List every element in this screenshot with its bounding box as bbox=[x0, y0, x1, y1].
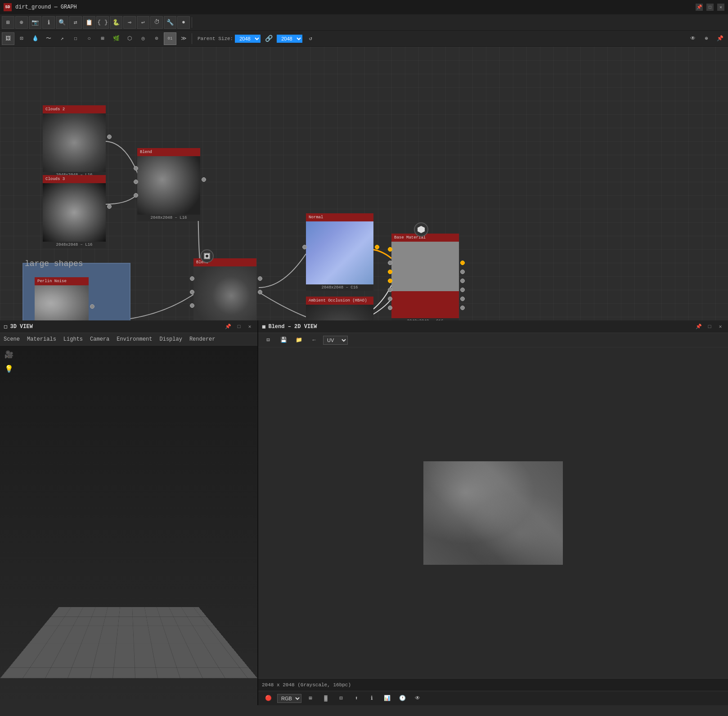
tb2-circle-btn[interactable]: ○ bbox=[83, 32, 95, 45]
toolbar-code-btn[interactable]: { } bbox=[96, 16, 109, 29]
light-icon[interactable]: 💡 bbox=[4, 364, 14, 374]
blend1-node[interactable]: Blend 2048x2048 – L16 bbox=[137, 148, 200, 221]
view2d-info-btn[interactable]: ℹ bbox=[365, 692, 378, 705]
parent-size-select1[interactable]: 20481024512 bbox=[235, 35, 261, 43]
base-material-node[interactable]: Base Material 2048x2048 – C16 bbox=[391, 234, 459, 320]
base-mat-output5-connector[interactable] bbox=[460, 297, 465, 301]
close-button[interactable]: ✕ bbox=[717, 4, 724, 11]
menu-renderer[interactable]: Renderer bbox=[189, 336, 216, 342]
clouds3-node[interactable]: Clouds 3 2048x2048 – L16 bbox=[43, 175, 106, 248]
menu-materials[interactable]: Materials bbox=[27, 336, 56, 342]
tb2-refresh-btn[interactable]: ↺ bbox=[304, 32, 317, 45]
tb2-nav-btn[interactable]: ⊕ bbox=[700, 32, 713, 45]
tb2-drop-btn[interactable]: 💧 bbox=[29, 32, 41, 45]
ao-node[interactable]: Ambient Occlusion (HBAO) 2048x2048 – L16 bbox=[306, 297, 373, 320]
base-mat-output6-connector[interactable] bbox=[460, 306, 465, 310]
tb2-squig-btn[interactable]: 〜 bbox=[42, 32, 55, 45]
tb2-01-btn[interactable]: 01 bbox=[164, 32, 176, 45]
base-mat-input6-connector[interactable] bbox=[388, 306, 392, 310]
menu-scene[interactable]: Scene bbox=[4, 336, 20, 342]
blend1-input1-connector[interactable] bbox=[134, 166, 138, 171]
toolbar-info-btn[interactable]: ℹ bbox=[42, 16, 55, 29]
toolbar-settings-btn[interactable]: 🔧 bbox=[164, 16, 176, 29]
base-mat-output3-connector[interactable] bbox=[460, 279, 465, 283]
blend1-output-connector[interactable] bbox=[202, 177, 206, 182]
tb2-plant-btn[interactable]: 🌿 bbox=[110, 32, 122, 45]
tb2-more-btn[interactable]: ≫ bbox=[177, 32, 190, 45]
view2d-checker-btn[interactable]: ⊞ bbox=[304, 692, 317, 705]
perlin-noise-node[interactable]: Perlin Noise 2048x2048 – L16 bbox=[35, 277, 89, 320]
view2d-maximize-btn[interactable]: □ bbox=[706, 323, 714, 331]
menu-camera[interactable]: Camera bbox=[90, 336, 109, 342]
view2d-back-btn[interactable]: ← bbox=[308, 334, 320, 347]
toolbar-python-btn[interactable]: 🐍 bbox=[110, 16, 122, 29]
view2d-color-btn[interactable]: 🔴 bbox=[262, 692, 274, 705]
base-mat-input2-connector[interactable] bbox=[388, 270, 392, 274]
toolbar-node-btn[interactable]: ⊸ bbox=[123, 16, 136, 29]
graph-area[interactable]: Perlin Noise 2048x2048 – L16 large shape… bbox=[0, 47, 728, 320]
view2d-uv-select[interactable]: UV UV 2 bbox=[323, 336, 348, 345]
tb2-4grid-btn[interactable]: ⊞ bbox=[96, 32, 109, 45]
tb2-circ2-btn[interactable]: ◎ bbox=[137, 32, 149, 45]
menu-lights[interactable]: Lights bbox=[63, 336, 83, 342]
toolbar-time-btn[interactable]: ⏱ bbox=[150, 16, 163, 29]
view2d-eye-btn[interactable]: 👁 bbox=[411, 692, 424, 705]
toolbar-copy-btn[interactable]: 📋 bbox=[83, 16, 95, 29]
blend2-input1-connector[interactable] bbox=[190, 276, 194, 281]
base-mat-input4-connector[interactable] bbox=[388, 288, 392, 292]
clouds2-output-connector[interactable] bbox=[107, 135, 112, 139]
blend2-node[interactable]: Blend 2048x2048 – L16 bbox=[193, 258, 256, 320]
camera-icon[interactable]: 🎥 bbox=[4, 349, 14, 360]
blend2-input3-connector[interactable] bbox=[190, 303, 194, 308]
perlin-output-connector[interactable] bbox=[90, 304, 94, 309]
clouds3-output-connector[interactable] bbox=[107, 204, 112, 209]
blend1-input3-connector[interactable] bbox=[134, 193, 138, 198]
base-mat-input3-connector[interactable] bbox=[388, 279, 392, 283]
view2d-export-btn[interactable]: 📁 bbox=[292, 334, 305, 347]
view2d-close-btn[interactable]: ✕ bbox=[716, 323, 724, 331]
tb2-dial-btn[interactable]: ⊙ bbox=[150, 32, 163, 45]
base-mat-input5-connector[interactable] bbox=[388, 297, 392, 301]
tb2-image-btn[interactable]: 🖼 bbox=[2, 32, 14, 45]
tb2-arrow-btn[interactable]: ↗ bbox=[56, 32, 68, 45]
toolbar-undo-btn[interactable]: ↩ bbox=[137, 16, 149, 29]
toolbar-grid-btn[interactable]: ⊞ bbox=[2, 16, 14, 29]
base-mat-input-conn2[interactable] bbox=[388, 261, 392, 265]
view3d-pin-btn[interactable]: 📌 bbox=[224, 323, 232, 331]
blend1-input2-connector[interactable] bbox=[134, 180, 138, 184]
tb2-view-btn[interactable]: 👁 bbox=[687, 32, 699, 45]
toolbar-zoom-btn[interactable]: ⊕ bbox=[15, 16, 28, 29]
view3d-close-btn[interactable]: ✕ bbox=[246, 323, 254, 331]
tb2-box-btn[interactable]: ☐ bbox=[69, 32, 82, 45]
tb2-link-btn[interactable]: 🔗 bbox=[262, 32, 275, 45]
tb2-grid-btn[interactable]: ⊡ bbox=[15, 32, 28, 45]
view2d-gradient-btn[interactable]: ▓ bbox=[319, 692, 332, 705]
toolbar-circle-btn[interactable]: ● bbox=[177, 16, 190, 29]
blend2-input2-connector[interactable] bbox=[190, 290, 194, 294]
view2d-up-btn[interactable]: ⬆ bbox=[350, 692, 363, 705]
view3d-maximize-btn[interactable]: □ bbox=[235, 323, 243, 331]
normal-node[interactable]: Normal 2048x2048 – C16 bbox=[306, 213, 373, 291]
view2d-channel-select[interactable]: RGBRGBA bbox=[277, 694, 301, 703]
menu-display[interactable]: Display bbox=[159, 336, 182, 342]
view2d-pin-btn[interactable]: 📌 bbox=[695, 323, 703, 331]
blend2-output2-connector[interactable] bbox=[258, 290, 262, 294]
normal-input-connector[interactable] bbox=[302, 245, 307, 249]
tb2-hex-btn[interactable]: ⬡ bbox=[123, 32, 136, 45]
base-mat-input1-connector[interactable] bbox=[388, 247, 392, 252]
view2d-save-btn[interactable]: 💾 bbox=[277, 334, 290, 347]
parent-size-select2[interactable]: 20481024512 bbox=[277, 35, 302, 43]
base-mat-output2-connector[interactable] bbox=[460, 270, 465, 274]
toolbar-swap-btn[interactable]: ⇄ bbox=[69, 16, 82, 29]
view2d-frame-btn[interactable]: ⊟ bbox=[262, 334, 274, 347]
view2d-chart-btn[interactable]: 📊 bbox=[381, 692, 393, 705]
normal-output-connector[interactable] bbox=[375, 245, 379, 249]
tb2-pin2-btn[interactable]: 📌 bbox=[714, 32, 726, 45]
toolbar-camera-btn[interactable]: 📷 bbox=[29, 16, 41, 29]
pin-button[interactable]: 📌 bbox=[696, 4, 703, 11]
view2d-history-btn[interactable]: 🕐 bbox=[396, 692, 409, 705]
toolbar-search-btn[interactable]: 🔍 bbox=[56, 16, 68, 29]
base-mat-output4-connector[interactable] bbox=[460, 288, 465, 292]
base-mat-output1-connector[interactable] bbox=[460, 261, 465, 265]
maximize-button[interactable]: □ bbox=[706, 4, 714, 11]
